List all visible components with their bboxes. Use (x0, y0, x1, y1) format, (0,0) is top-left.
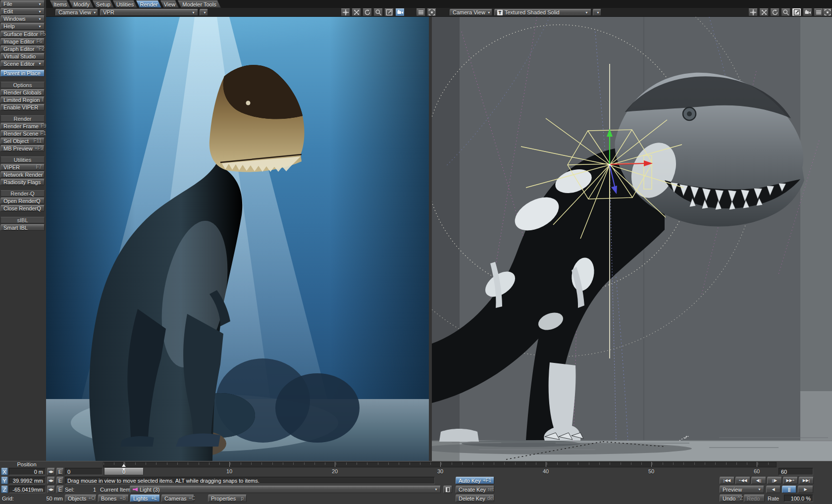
viewport-left-canvas[interactable] (46, 17, 429, 461)
position-x-envelope-button[interactable]: E (56, 468, 64, 475)
position-y-field[interactable]: 39.9992 mm (9, 477, 46, 484)
mb-preview-button[interactable]: MB Preview +F9 (0, 145, 45, 151)
menu-windows[interactable]: Windows ▼ (0, 15, 45, 22)
previous-key-button[interactable]: +◀◀ (735, 477, 750, 484)
right-viewport-menu-button[interactable]: ▼ (593, 9, 601, 16)
menu-edit[interactable]: Edit ▼ (0, 8, 45, 15)
left-viewport-options-button[interactable] (416, 8, 425, 16)
open-renderq-button[interactable]: Open RenderQ (0, 198, 45, 204)
frame-slider-track[interactable]: 0 10 20 30 40 50 60 0 (104, 468, 777, 475)
left-fit-view-button[interactable] (384, 8, 394, 16)
surface-editor-button[interactable]: Surface Editor F5 (0, 31, 45, 37)
viper-button[interactable]: VIPER F7 (0, 164, 45, 170)
viewport-right-canvas[interactable] (432, 17, 832, 461)
virtual-studio-button[interactable]: Virtual Studio (0, 53, 45, 59)
go-to-end-button[interactable]: ▶▶| (799, 477, 814, 484)
item-tab-lights[interactable]: Lights+L (130, 495, 160, 502)
menu-file[interactable]: File ▼ (0, 0, 45, 7)
left-rotate-tool-button[interactable] (363, 8, 372, 16)
tab-items[interactable]: Items (50, 0, 71, 8)
item-tab-cameras[interactable]: Cameras+C (161, 495, 194, 502)
parent-in-place-button[interactable]: Parent in Place (0, 70, 45, 77)
left-pan-tool-button[interactable] (341, 8, 350, 16)
left-view-type-dropdown[interactable]: Camera View ▼ (55, 9, 98, 16)
current-item-label: Current Item (100, 486, 130, 493)
render-frame-button[interactable]: Render Frame F9 (0, 123, 45, 129)
position-y-envelope-button[interactable]: E (56, 477, 64, 484)
axis-z-toggle[interactable]: Z (1, 486, 8, 493)
item-tab-properties[interactable]: Propertiesp (208, 495, 247, 502)
item-tab-bones[interactable]: Bones+B (98, 495, 129, 502)
right-fit-view-button[interactable] (792, 8, 801, 16)
right-render-mode-dropdown[interactable]: T Textured Shaded Solid ▼ (494, 9, 591, 16)
current-item-dropdown[interactable]: Light (3) ▼ (130, 486, 441, 493)
tab-setup[interactable]: Setup (92, 0, 114, 8)
left-move-tool-button[interactable] (352, 8, 361, 16)
axis-y-toggle[interactable]: Y (1, 477, 8, 484)
tab-render[interactable]: Render (136, 0, 162, 8)
bones-label: Bones (101, 496, 116, 502)
preview-dropdown[interactable]: Preview ▼ (720, 486, 764, 493)
position-z-envelope-button[interactable]: E (56, 486, 64, 493)
graph-editor-button[interactable]: Graph Editor ^F2 (0, 46, 45, 52)
render-scene-button[interactable]: Render Scene F10 (0, 130, 45, 137)
pause-button[interactable]: || (782, 486, 796, 493)
shortcut: +F9 (33, 146, 44, 151)
rate-field[interactable]: 100.0 % (784, 495, 813, 502)
right-camera-view-button[interactable] (803, 8, 812, 16)
position-x-field[interactable]: 0 m (9, 468, 46, 475)
image-editor-button[interactable]: Image Editor F6 (0, 38, 45, 45)
radiosity-flags-button[interactable]: Radiosity Flags (0, 179, 45, 185)
tab-utilities[interactable]: Utilities (112, 0, 138, 8)
current-frame-field[interactable]: 0 (65, 468, 103, 475)
right-pan-tool-button[interactable] (748, 8, 758, 16)
scene-editor-button[interactable]: Scene Editor ▼ (0, 60, 45, 67)
right-zoom-tool-button[interactable] (781, 8, 790, 16)
redo-button[interactable]: Redo (744, 495, 765, 502)
position-x-stepper[interactable]: ◀▶ (47, 468, 55, 475)
position-z-field[interactable]: -65.0419mm (9, 486, 46, 493)
network-render-button[interactable]: Network Render (0, 171, 45, 178)
left-camera-view-button[interactable] (395, 8, 405, 16)
left-render-mode-dropdown[interactable]: VPR ▼ (100, 9, 198, 16)
last-frame-field[interactable]: 60 (779, 468, 813, 475)
current-frame-marker[interactable] (122, 464, 126, 467)
item-tab-objects[interactable]: Objects+O (65, 495, 97, 502)
limited-region-button[interactable]: Limited Region l (0, 97, 45, 103)
play-button[interactable]: ▶ (798, 486, 813, 493)
enable-viper-button[interactable]: Enable VIPER (0, 104, 45, 110)
create-key-button[interactable]: Create Keyret (456, 486, 494, 493)
frame-slider-handle[interactable]: 0 (104, 468, 144, 475)
shortcut: +O (86, 496, 95, 501)
render-globals-button[interactable]: Render Globals (0, 89, 45, 96)
envelope-label: E (58, 478, 62, 484)
go-to-start-button[interactable]: |◀◀ (720, 477, 734, 484)
tab-modeler-tools[interactable]: Modeler Tools (177, 0, 221, 8)
previous-frame-button[interactable]: ◀|| (751, 477, 766, 484)
right-maximize-viewport-button[interactable] (823, 8, 832, 16)
next-key-button[interactable]: ▶▶+ (783, 477, 798, 484)
right-move-tool-button[interactable] (759, 8, 769, 16)
auto-key-button[interactable]: Auto Key+F1 (456, 477, 494, 484)
menu-help[interactable]: Help ▼ (0, 23, 45, 30)
next-frame-button[interactable]: ||▶ (767, 477, 782, 484)
timeline-ruler[interactable] (103, 462, 777, 467)
sel-object-button[interactable]: Sel Object F11 (0, 138, 45, 144)
right-viewport-options-button[interactable] (814, 8, 823, 16)
position-y-stepper[interactable]: ◀▶ (47, 477, 55, 484)
left-viewport-menu-button[interactable]: ▼ (200, 9, 208, 16)
position-z-stepper[interactable]: ◀▶ (47, 486, 55, 493)
close-renderq-button[interactable]: Close RenderQ (0, 205, 45, 211)
play-reverse-button[interactable]: ◀ (766, 486, 780, 493)
right-view-type-dropdown[interactable]: Camera View ▼ (450, 9, 492, 16)
left-zoom-tool-button[interactable] (373, 8, 383, 16)
smart-ibl-button[interactable]: Smart IBL (0, 224, 45, 231)
right-rotate-tool-button[interactable] (770, 8, 780, 16)
delete-key-button[interactable]: Delete Keydel (456, 495, 494, 502)
axis-x-toggle[interactable]: X (1, 468, 8, 475)
tab-modify[interactable]: Modify (69, 0, 94, 8)
tab-view[interactable]: View (160, 0, 179, 8)
undo-button[interactable]: Undo^Z (720, 495, 742, 502)
item-list-panel-button[interactable] (443, 486, 452, 493)
left-maximize-viewport-button[interactable] (427, 8, 436, 16)
